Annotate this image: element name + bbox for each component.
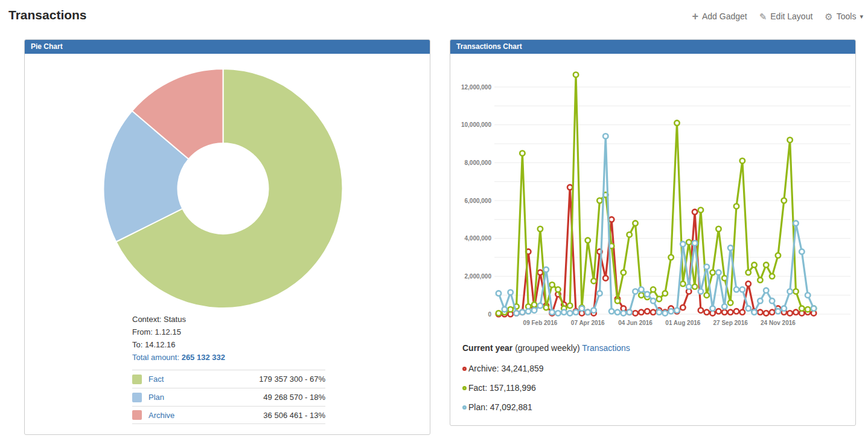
plan-data-point[interactable] [758,298,762,303]
plan-data-point[interactable] [752,310,756,315]
fact-data-point[interactable] [799,306,804,310]
fact-data-point[interactable] [770,274,774,278]
archive-data-point[interactable] [734,309,739,314]
add-gadget-button[interactable]: + Add Gadget [692,11,747,22]
archive-data-point[interactable] [746,282,751,286]
fact-data-point[interactable] [544,305,549,310]
tools-dropdown-button[interactable]: ⚙ Tools ▾ [825,11,863,21]
archive-data-point[interactable] [639,310,643,315]
fact-data-point[interactable] [793,289,798,294]
plan-data-point[interactable] [549,310,554,315]
plan-data-point[interactable] [615,310,620,315]
fact-data-point[interactable] [532,302,537,307]
fact-data-point[interactable] [621,270,626,275]
plan-data-point[interactable] [603,134,608,138]
fact-link[interactable]: Fact [148,375,164,384]
fact-data-point[interactable] [680,282,685,286]
plan-data-point[interactable] [579,306,584,310]
archive-data-point[interactable] [609,217,614,222]
fact-data-point[interactable] [710,270,715,275]
fact-data-point[interactable] [752,262,756,267]
fact-data-point[interactable] [782,198,787,203]
plan-data-point[interactable] [716,270,721,275]
plan-data-point[interactable] [764,288,768,293]
plan-data-point[interactable] [496,291,501,295]
plan-data-point[interactable] [793,220,798,225]
plan-data-point[interactable] [734,287,739,292]
fact-data-point[interactable] [698,207,703,212]
plan-data-point[interactable] [597,291,602,295]
archive-data-point[interactable] [704,310,709,315]
fact-data-point[interactable] [567,303,572,308]
fact-data-point[interactable] [657,297,662,301]
archive-data-point[interactable] [787,310,792,315]
plan-data-point[interactable] [538,303,543,308]
plan-data-point[interactable] [680,242,685,246]
archive-data-point[interactable] [603,275,608,280]
plan-data-point[interactable] [776,309,780,314]
fact-data-point[interactable] [740,158,745,163]
fact-data-point[interactable] [716,227,721,231]
fact-data-point[interactable] [692,284,697,289]
archive-data-point[interactable] [728,310,733,315]
plan-data-point[interactable] [520,310,525,315]
fact-data-point[interactable] [538,227,543,231]
fact-data-point[interactable] [549,282,554,287]
archive-data-point[interactable] [680,305,685,310]
plan-data-point[interactable] [787,289,792,294]
fact-data-point[interactable] [805,307,810,312]
plan-data-point[interactable] [770,298,774,303]
fact-data-point[interactable] [674,120,679,125]
fact-data-point[interactable] [586,238,590,243]
plan-data-point[interactable] [645,292,649,297]
plan-data-point[interactable] [663,310,668,315]
fact-data-point[interactable] [591,278,596,283]
fact-data-point[interactable] [633,220,637,225]
archive-data-point[interactable] [698,308,703,313]
plan-data-point[interactable] [692,240,697,245]
plan-data-point[interactable] [508,290,513,295]
plan-data-point[interactable] [639,287,643,292]
plan-data-point[interactable] [567,310,572,315]
fact-data-point[interactable] [734,204,739,208]
fact-data-point[interactable] [555,287,560,292]
plan-data-point[interactable] [627,310,632,315]
fact-data-point[interactable] [787,138,792,143]
plan-data-point[interactable] [799,249,804,254]
plan-data-point[interactable] [544,267,549,272]
fact-data-point[interactable] [508,307,513,312]
archive-data-point[interactable] [764,310,768,315]
plan-data-point[interactable] [740,287,745,292]
archive-data-point[interactable] [645,309,649,314]
plan-data-point[interactable] [722,304,727,309]
fact-data-point[interactable] [704,292,709,297]
plan-data-point[interactable] [657,310,662,315]
plan-data-point[interactable] [573,310,578,315]
fact-data-point[interactable] [668,255,673,260]
fact-data-point[interactable] [686,240,691,245]
fact-data-point[interactable] [764,262,768,267]
plan-data-point[interactable] [651,298,656,303]
archive-link[interactable]: Archive [148,411,174,420]
archive-data-point[interactable] [692,210,697,214]
plan-data-point[interactable] [502,307,507,312]
fact-data-point[interactable] [651,287,656,292]
plan-data-point[interactable] [698,289,703,294]
plan-data-point[interactable] [561,310,566,315]
plan-data-point[interactable] [728,245,733,250]
archive-data-point[interactable] [758,310,762,315]
transactions-chart-panel-header[interactable]: Transactions Chart [450,40,855,54]
plan-data-point[interactable] [591,308,596,313]
plan-data-point[interactable] [811,306,816,310]
plan-data-point[interactable] [526,309,531,314]
plan-data-point[interactable] [686,284,691,289]
pie-chart-panel-header[interactable]: Pie Chart [25,40,430,54]
archive-data-point[interactable] [651,310,656,315]
fact-data-point[interactable] [573,72,578,77]
archive-data-point[interactable] [740,310,745,315]
fact-data-point[interactable] [758,277,762,282]
fact-data-point[interactable] [728,300,733,305]
archive-data-point[interactable] [722,310,727,315]
plan-data-point[interactable] [668,309,673,314]
plan-data-point[interactable] [674,308,679,313]
